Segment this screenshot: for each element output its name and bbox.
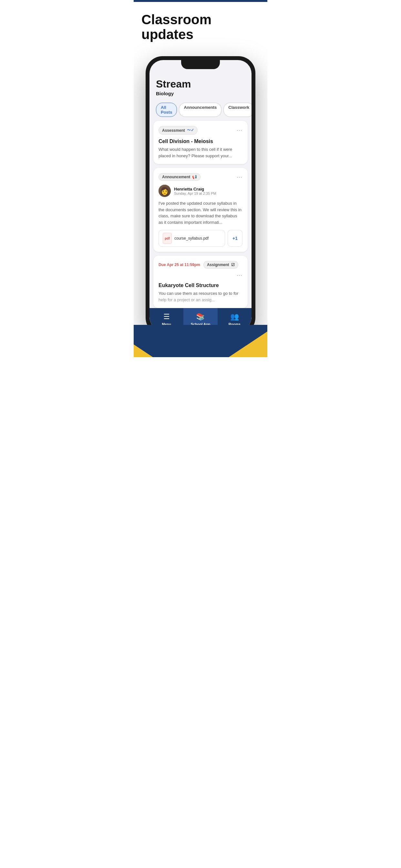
card-body-assessment: What would happen to this cell if it wer… (158, 146, 243, 159)
stream-subtitle: Biology (156, 91, 245, 96)
card-bottom-row: Due Apr 25 at 11:59pm Assignment ☑ ··· (158, 261, 243, 279)
card-body-announcement: I've posted the updated course syllabus … (158, 200, 243, 225)
assessment-icon: 〜✓ (187, 128, 194, 133)
bottom-section (134, 325, 267, 357)
tab-announcements[interactable]: Announcements (179, 103, 221, 117)
page-title: Classroom updates (142, 12, 259, 42)
cards-area: Assessment 〜✓ ··· Cell Division - Meiosi… (150, 121, 251, 308)
user-info: Henrietta Craig Sunday, Apr 19 at 2:35 P… (174, 187, 216, 195)
user-name: Henrietta Craig (174, 187, 216, 191)
avatar-image (158, 185, 171, 197)
attachment-pdf[interactable]: pdf course_syllabus.pdf (158, 230, 225, 247)
card-top-row-2: Announcement 📢 ··· (158, 173, 243, 181)
assignment-check-icon: ☑ (231, 262, 235, 267)
card-title-assignment: Eukaryote Cell Structure (158, 283, 243, 288)
tab-all-posts[interactable]: All Posts (156, 103, 177, 117)
tab-classwork[interactable]: Classwork (223, 103, 251, 117)
phone-wrapper: Stream Biology All Posts Announcements C… (134, 50, 267, 335)
stream-title: Stream (156, 78, 245, 90)
phone-notch (181, 60, 220, 69)
card-announcement[interactable]: Announcement 📢 ··· Henrietta Craig (153, 168, 248, 252)
card-fade (153, 295, 248, 308)
tabs-row: All Posts Announcements Classwork (150, 99, 251, 121)
user-row: Henrietta Craig Sunday, Apr 19 at 2:35 P… (158, 185, 243, 197)
announcement-badge-label: Announcement (162, 175, 190, 179)
card-top-row: Assessment 〜✓ ··· (158, 126, 243, 135)
more-btn-assessment[interactable]: ··· (237, 127, 243, 134)
school-app-icon: 📚 (196, 313, 205, 321)
card-assignment[interactable]: Due Apr 25 at 11:59pm Assignment ☑ ··· E… (153, 256, 248, 308)
due-label: Due Apr 25 at 11:59pm (158, 262, 200, 267)
phone-frame: Stream Biology All Posts Announcements C… (146, 56, 255, 335)
card-assessment[interactable]: Assessment 〜✓ ··· Cell Division - Meiosi… (153, 121, 248, 164)
page-header: Classroom updates (134, 2, 267, 50)
yellow-shape-right (228, 331, 267, 357)
menu-icon: ☰ (163, 313, 170, 321)
badge-assessment: Assessment 〜✓ (158, 126, 197, 135)
pdf-icon: pdf (163, 233, 172, 244)
avatar-henrietta (158, 185, 171, 197)
more-btn-announcement[interactable]: ··· (237, 174, 243, 181)
announcement-icon: 📢 (192, 175, 197, 179)
yellow-shape-left (134, 344, 153, 357)
assignment-badge-label: Assignment (207, 262, 229, 267)
assessment-badge-label: Assessment (162, 128, 185, 133)
badge-assignment: Assignment ☑ (204, 261, 238, 269)
attachment-row: pdf course_syllabus.pdf +1 (158, 230, 243, 247)
rooms-icon: 👥 (230, 313, 239, 321)
badge-announcement: Announcement 📢 (158, 173, 201, 181)
screen-content: Stream Biology All Posts Announcements C… (150, 60, 251, 331)
phone-screen: Stream Biology All Posts Announcements C… (150, 60, 251, 331)
card-title-assessment: Cell Division - Meiosis (158, 138, 243, 144)
attachment-filename: course_syllabus.pdf (174, 236, 209, 241)
stream-header: Stream Biology (150, 73, 251, 99)
user-date: Sunday, Apr 19 at 2:35 PM (174, 191, 216, 195)
attachment-more[interactable]: +1 (227, 230, 243, 247)
more-btn-assignment[interactable]: ··· (237, 272, 243, 279)
